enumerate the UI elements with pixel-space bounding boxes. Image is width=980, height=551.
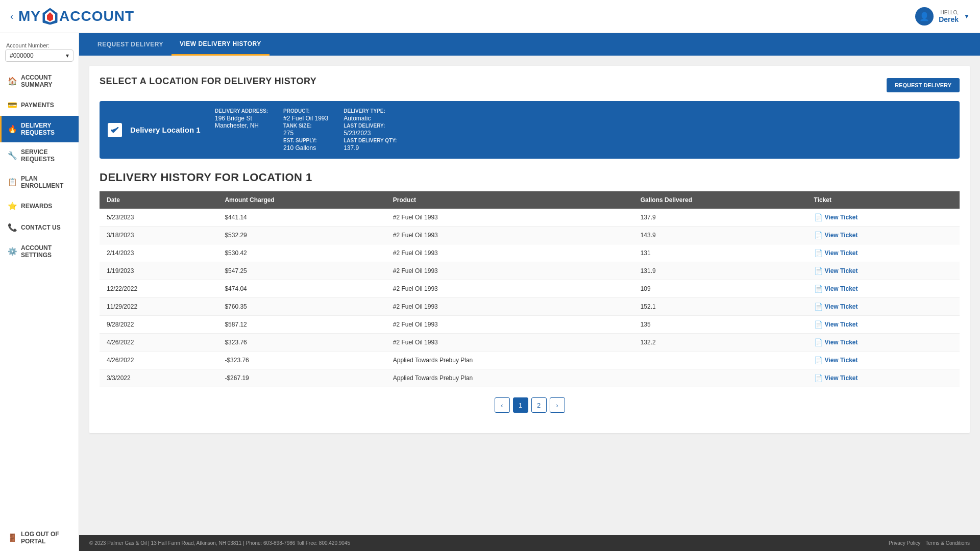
sidebar-item-delivery-requests[interactable]: 🔥 DELIVERY REQUESTS (0, 116, 79, 142)
view-ticket-link[interactable]: 📄View Ticket (814, 249, 952, 257)
user-hello-label: HELLO, (939, 10, 959, 15)
logo-area: ‹ MY ACCOUNT (10, 7, 134, 26)
cell-date: 3/18/2023 (100, 227, 217, 244)
location-card[interactable]: Delivery Location 1 DELIVERY ADDRESS: 19… (100, 101, 960, 159)
sidebar-item-rewards[interactable]: ⭐ REWARDS (0, 195, 79, 217)
sidebar-item-label: ACCOUNT SETTINGS (21, 244, 72, 259)
cell-gallons: 132.2 (633, 334, 807, 352)
view-ticket-link[interactable]: 📄View Ticket (814, 320, 952, 329)
cell-gallons: 152.1 (633, 298, 807, 316)
tank-size-value: 275 (283, 130, 328, 137)
sidebar-item-service-requests[interactable]: 🔧 SERVICE REQUESTS (0, 142, 79, 169)
wrench-icon: 🔧 (8, 151, 17, 160)
ticket-icon: 📄 (814, 213, 823, 221)
clipboard-icon: 📋 (8, 178, 17, 187)
cell-amount: $441.14 (217, 209, 385, 227)
tab-request-delivery[interactable]: REQUEST DELIVERY (89, 33, 172, 56)
cell-amount: -$267.19 (217, 369, 385, 387)
cell-gallons: 135 (633, 316, 807, 334)
cell-date: 4/26/2022 (100, 352, 217, 369)
cell-date: 3/3/2022 (100, 369, 217, 387)
location-section-header: SELECT A LOCATION FOR DELIVERY HISTORY R… (100, 76, 960, 94)
cell-gallons: 137.9 (633, 209, 807, 227)
logo-account-text: ACCOUNT (59, 8, 134, 24)
user-menu[interactable]: 👤 HELLO, Derek ▼ (915, 7, 970, 26)
cell-amount: $474.04 (217, 280, 385, 298)
cell-gallons: 109 (633, 280, 807, 298)
prev-page-button[interactable]: ‹ (495, 397, 510, 413)
ticket-icon: 📄 (814, 285, 823, 293)
sidebar-item-logout[interactable]: 🚪 LOG OUT OF PORTAL (0, 524, 79, 551)
cell-amount: -$323.76 (217, 352, 385, 369)
product-value: #2 Fuel Oil 1993 (283, 115, 328, 122)
cell-gallons: 143.9 (633, 227, 807, 244)
view-ticket-link[interactable]: 📄View Ticket (814, 356, 952, 364)
table-row: 1/19/2023$547.25#2 Fuel Oil 1993131.9📄Vi… (100, 262, 960, 280)
cell-ticket: 📄View Ticket (807, 298, 960, 316)
cell-date: 12/22/2022 (100, 280, 217, 298)
delivery-type-label: DELIVERY TYPE: (344, 108, 397, 114)
gear-icon: ⚙️ (8, 247, 17, 256)
tab-view-delivery-history[interactable]: VIEW DELIVERY HISTORY (172, 33, 270, 56)
ticket-icon: 📄 (814, 303, 823, 311)
location-check-icon (108, 123, 122, 137)
account-number-select[interactable]: #000000 ▾ (5, 49, 74, 62)
sidebar-item-payments[interactable]: 💳 PAYMENTS (0, 94, 79, 116)
sidebar-item-contact-us[interactable]: 📞 CONTACT US (0, 217, 79, 238)
view-ticket-link[interactable]: 📄View Ticket (814, 374, 952, 382)
page-2-button[interactable]: 2 (531, 397, 547, 413)
fire-icon: 🔥 (8, 124, 17, 134)
back-button[interactable]: ‹ (10, 11, 13, 22)
table-row: 2/14/2023$530.42#2 Fuel Oil 1993131📄View… (100, 244, 960, 262)
sidebar-item-label: CONTACT US (21, 224, 61, 231)
cell-amount: $587.12 (217, 316, 385, 334)
cell-product: #2 Fuel Oil 1993 (386, 262, 633, 280)
phone-icon: 📞 (8, 223, 17, 232)
privacy-policy-link[interactable]: Privacy Policy (889, 540, 920, 546)
view-ticket-link[interactable]: 📄View Ticket (814, 338, 952, 346)
col-gallons: Gallons Delivered (633, 191, 807, 209)
delivery-type-value: Automatic (344, 115, 397, 122)
col-date: Date (100, 191, 217, 209)
view-ticket-link[interactable]: 📄View Ticket (814, 285, 952, 293)
view-ticket-link[interactable]: 📄View Ticket (814, 267, 952, 275)
home-icon: 🏠 (8, 77, 17, 86)
cell-gallons: 131.9 (633, 262, 807, 280)
terms-link[interactable]: Terms & Conditions (925, 540, 970, 546)
sidebar-item-label: PLAN ENROLLMENT (21, 175, 72, 189)
cell-ticket: 📄View Ticket (807, 334, 960, 352)
payments-icon: 💳 (8, 101, 17, 110)
cell-gallons (633, 369, 807, 387)
table-row: 5/23/2023$441.14#2 Fuel Oil 1993137.9📄Vi… (100, 209, 960, 227)
cell-product: #2 Fuel Oil 1993 (386, 298, 633, 316)
sidebar-item-account-summary[interactable]: 🏠 ACCOUNT SUMMARY (0, 68, 79, 94)
est-supply-value: 210 Gallons (283, 144, 328, 152)
next-page-button[interactable]: › (550, 397, 565, 413)
cell-amount: $760.35 (217, 298, 385, 316)
logo-my-text: MY (18, 8, 41, 24)
delivery-type-group: DELIVERY TYPE: Automatic LAST DELIVERY: … (344, 108, 397, 152)
view-ticket-link[interactable]: 📄View Ticket (814, 213, 952, 221)
cell-product: #2 Fuel Oil 1993 (386, 209, 633, 227)
logout-icon: 🚪 (8, 533, 17, 542)
cell-product: #2 Fuel Oil 1993 (386, 334, 633, 352)
table-row: 11/29/2022$760.35#2 Fuel Oil 1993152.1📄V… (100, 298, 960, 316)
sidebar-item-label: ACCOUNT SUMMARY (21, 74, 72, 88)
cell-gallons (633, 352, 807, 369)
product-label: PRODUCT: (283, 108, 328, 114)
cell-ticket: 📄View Ticket (807, 280, 960, 298)
cell-ticket: 📄View Ticket (807, 352, 960, 369)
page-1-button[interactable]: 1 (513, 397, 528, 413)
last-delivery-qty-label: LAST DELIVERY QTY: (344, 138, 397, 143)
sidebar-item-plan-enrollment[interactable]: 📋 PLAN ENROLLMENT (0, 169, 79, 195)
table-row: 9/28/2022$587.12#2 Fuel Oil 1993135📄View… (100, 316, 960, 334)
cell-date: 11/29/2022 (100, 298, 217, 316)
sidebar-item-account-settings[interactable]: ⚙️ ACCOUNT SETTINGS (0, 238, 79, 265)
cell-ticket: 📄View Ticket (807, 244, 960, 262)
request-delivery-button[interactable]: REQUEST DELIVERY (887, 78, 960, 92)
view-ticket-link[interactable]: 📄View Ticket (814, 303, 952, 311)
table-row: 4/26/2022$323.76#2 Fuel Oil 1993132.2📄Vi… (100, 334, 960, 352)
main-content: REQUEST DELIVERY VIEW DELIVERY HISTORY S… (79, 33, 980, 551)
view-ticket-link[interactable]: 📄View Ticket (814, 231, 952, 239)
cell-amount: $532.29 (217, 227, 385, 244)
